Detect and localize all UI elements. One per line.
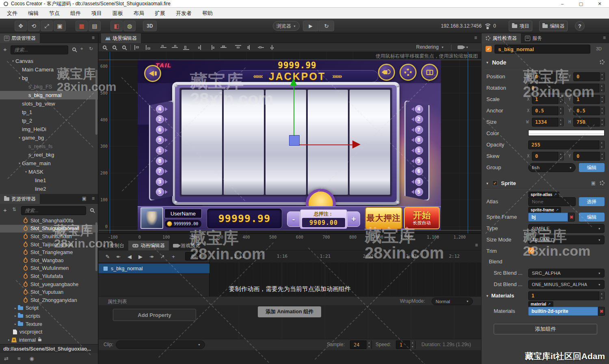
refresh-button[interactable]: ↻: [319, 21, 334, 31]
add-component-button[interactable]: 添加组件: [494, 324, 597, 334]
zoom-reset-icon[interactable]: [122, 45, 126, 49]
tab-assets[interactable]: 资源管理器: [0, 194, 40, 204]
type-select[interactable]: SIMPLE▼: [528, 224, 605, 233]
hierarchy-node-tp_1[interactable]: tp_1: [0, 108, 98, 116]
tab-inspector[interactable]: 属性检查器: [482, 33, 521, 43]
copy-icon[interactable]: ▣: [82, 196, 86, 201]
asset-Slot_Trianglegame[interactable]: Slot_Trianglegame: [0, 248, 98, 256]
align-tool-2-icon[interactable]: [160, 45, 166, 50]
align-tool-7-icon[interactable]: [220, 45, 227, 50]
hierarchy-node-tp_2[interactable]: tp_2: [0, 116, 98, 125]
paytable-button[interactable]: [421, 64, 438, 81]
edit-clip-button[interactable]: ✎: [103, 252, 112, 261]
asset-Slot_Wangbao[interactable]: Slot_Wangbao: [0, 256, 98, 265]
opacity-input[interactable]: 255▲▼: [528, 140, 605, 149]
menu-item-6[interactable]: 布局: [128, 8, 149, 19]
locate-node-icon[interactable]: ⌖: [80, 46, 83, 52]
menu-item-3[interactable]: 组件: [65, 8, 86, 19]
node-active-checkbox[interactable]: ✓: [486, 46, 492, 52]
color-swatch[interactable]: [528, 130, 605, 136]
material-tag[interactable]: material↗: [528, 301, 553, 307]
sort-icon[interactable]: ⇅: [12, 207, 16, 212]
close-button[interactable]: ✕: [590, 0, 609, 8]
expand-icon[interactable]: ▾: [17, 162, 22, 165]
sprite-section-header[interactable]: ▾ ✓ Sprite ▣: [482, 179, 609, 187]
add-property-button[interactable]: Add Property: [113, 309, 196, 321]
design-resolution-tool[interactable]: ◧: [110, 21, 123, 31]
align-tool-4-icon[interactable]: [183, 45, 189, 50]
scale-y-input[interactable]: 1▲▼: [573, 95, 605, 104]
asset-Slot_Shuiguoxiaomali[interactable]: Slot_Shuiguoxiaomali: [0, 225, 98, 233]
scene-viewport[interactable]: TAIL 9999.99 ««« JACKPOT »»» 4269: [99, 52, 481, 241]
hierarchy-node-Game_main[interactable]: ▾Game_main: [0, 159, 98, 168]
menu-item-7[interactable]: 扩展: [149, 8, 171, 19]
maximize-button[interactable]: ▢: [572, 0, 590, 8]
align-tool-3-icon[interactable]: [172, 45, 178, 50]
align-tool-8-icon[interactable]: [235, 45, 241, 50]
add-animation-component-button[interactable]: 添加 Animation 组件: [258, 306, 321, 317]
tab-game-preview[interactable]: 游戏预览: [169, 241, 204, 250]
menu-item-8[interactable]: 开发者: [171, 8, 197, 19]
hierarchy-node-s_bkg_FS[interactable]: s_bkg_FS: [0, 82, 98, 91]
assets-search-input[interactable]: 搜索...: [21, 206, 86, 215]
menu-item-1[interactable]: 编辑: [23, 8, 44, 19]
menu-item-2[interactable]: 节点: [44, 8, 65, 19]
create-node-button[interactable]: +: [3, 46, 7, 53]
skew-x-input[interactable]: 0▲▼: [532, 152, 564, 161]
gizmo-x-arrow-icon[interactable]: [352, 140, 361, 149]
collapse-icon[interactable]: ▸: [13, 314, 18, 318]
atlas-select-button[interactable]: 选择: [579, 197, 605, 206]
menu-item-9[interactable]: 帮助: [197, 8, 218, 19]
bet-minus-button[interactable]: -: [287, 211, 300, 227]
gizmo-position-tool[interactable]: ▦: [76, 21, 88, 31]
align-tool-11-icon[interactable]: [269, 45, 275, 50]
sprite-frame-value-field[interactable]: bj: [528, 213, 568, 222]
search-icon[interactable]: [72, 47, 76, 51]
tab-animation-editor[interactable]: 动画编辑器: [128, 241, 169, 250]
move-tool[interactable]: ✥: [15, 21, 27, 31]
gear-icon[interactable]: [600, 181, 605, 185]
panel-menu-icon[interactable]: ≡: [92, 196, 95, 201]
sprite-atlas-tag[interactable]: sprite-atlas↗: [528, 192, 559, 197]
asset-scripts[interactable]: ▸scripts: [0, 312, 98, 320]
max-bet-button[interactable]: 最大押注: [365, 207, 402, 229]
dst-blend-select[interactable]: ONE_MINUS_SRC_ALPHA▼: [528, 280, 605, 289]
anchor-y-input[interactable]: 0.5▲▼: [573, 106, 605, 115]
prev-frame-button[interactable]: ◀: [125, 252, 134, 261]
src-blend-select[interactable]: SRC_ALPHA▼: [528, 269, 605, 278]
gizmo-x-axis[interactable]: [300, 144, 352, 145]
hierarchy-node-s_reels_fs[interactable]: s_reels_fs: [0, 142, 98, 151]
collapse-icon[interactable]: ▸: [13, 306, 18, 310]
camera-view-select[interactable]: ▼: [458, 45, 469, 49]
sprite-enabled-checkbox[interactable]: ✓: [492, 180, 498, 186]
track-row[interactable]: s_bkg_normal: [99, 264, 209, 273]
collapse-icon[interactable]: ▸: [6, 338, 11, 342]
position-x-input[interactable]: 0▲▼: [532, 72, 564, 81]
expand-icon[interactable]: ▾: [11, 59, 15, 63]
expand-icon[interactable]: ▾: [17, 76, 22, 80]
asset-vscproject[interactable]: vscproject: [0, 328, 98, 336]
asset-internal[interactable]: ▸internal: [0, 336, 98, 344]
node-name-input[interactable]: s_bkg_normal: [495, 45, 590, 54]
anchor-x-input[interactable]: 0.5▲▼: [532, 106, 564, 115]
skew-y-input[interactable]: 0▲▼: [573, 152, 605, 161]
align-tool-5-icon[interactable]: [198, 45, 204, 50]
wrap-mode-select[interactable]: Normal ▼: [432, 297, 473, 305]
size-mode-select[interactable]: TRIMMED▼: [528, 235, 605, 244]
play-button[interactable]: ▶: [136, 252, 145, 261]
current-time-display[interactable]: 00-00: [185, 252, 207, 261]
size-h-input[interactable]: 750▲▼: [573, 118, 605, 127]
sound-button[interactable]: [378, 64, 395, 81]
asset-Slot_Wufulinmen[interactable]: Slot_Wufulinmen: [0, 265, 98, 273]
asset-Slot_Yuputuan[interactable]: Slot_Yuputuan: [0, 288, 98, 296]
search-icon[interactable]: [90, 208, 94, 212]
menu-item-4[interactable]: 项目: [86, 8, 107, 19]
sync-icon[interactable]: ⇄: [4, 355, 9, 362]
asset-Slot_yueguangbaohe[interactable]: Slot_yueguangbaohe: [0, 280, 98, 289]
panel-menu-icon[interactable]: ≡: [475, 242, 478, 248]
panel-menu-icon[interactable]: ≡: [92, 35, 95, 41]
materials-count-input[interactable]: 1▲▼: [528, 291, 605, 300]
asset-Slot_Yilufafafa[interactable]: Slot_Yilufafafa: [0, 272, 98, 280]
refresh-icon[interactable]: ↻: [89, 46, 93, 52]
collapse-icon[interactable]: ▸: [13, 322, 18, 326]
